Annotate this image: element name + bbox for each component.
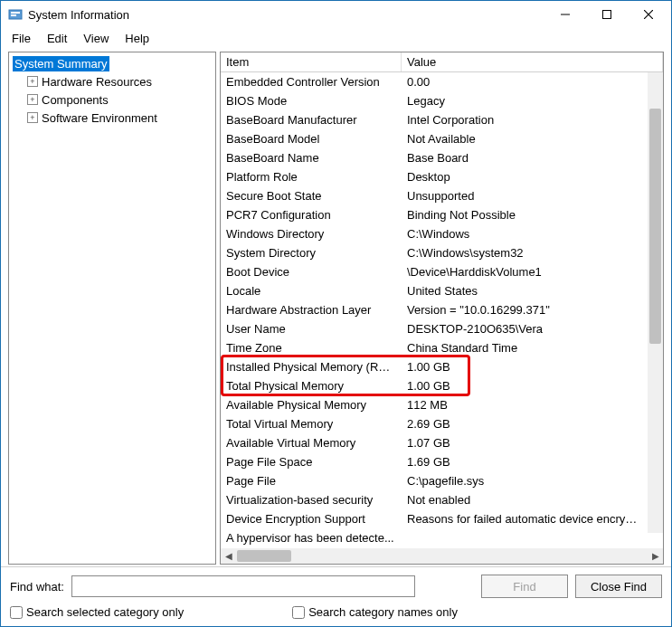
list-row[interactable]: BaseBoard NameBase Board [221,148,648,167]
list-row[interactable]: Embedded Controller Version0.00 [221,72,648,91]
expand-icon[interactable]: + [27,76,38,87]
list-row[interactable]: Secure Boot StateUnsupported [221,186,648,205]
cell-item: System Directory [221,246,402,260]
cell-value: Desktop [402,170,648,184]
minimize-button[interactable] [544,1,586,28]
cell-item: Hardware Abstraction Layer [221,303,402,317]
find-bar: Find what: Find Close Find Search select… [1,566,671,626]
list-row[interactable]: Boot Device\Device\HarddiskVolume1 [221,262,648,281]
vertical-scrollbar[interactable] [648,72,663,533]
tree-item-components[interactable]: + Components [9,90,215,109]
cell-value: 1.07 GB [402,436,648,450]
cell-item: Platform Role [221,170,402,184]
maximize-button[interactable] [586,1,628,28]
cell-value: DESKTOP-210O635\Vera [402,322,648,336]
cell-value: 1.69 GB [402,455,648,469]
list-row[interactable]: Available Physical Memory112 MB [221,395,648,414]
list-row[interactable]: User NameDESKTOP-210O635\Vera [221,319,648,338]
cell-item: User Name [221,322,402,336]
list-body: Embedded Controller Version0.00BIOS Mode… [221,72,663,548]
list-row[interactable]: Time ZoneChina Standard Time [221,338,648,357]
checkbox-icon[interactable] [292,606,305,619]
list-row[interactable]: BaseBoard ModelNot Available [221,129,648,148]
tree-panel[interactable]: System Summary + Hardware Resources + Co… [8,52,216,565]
scrollbar-thumb[interactable] [649,109,661,344]
svg-rect-1 [11,12,20,14]
list-row[interactable]: Available Virtual Memory1.07 GB [221,433,648,452]
list-row[interactable]: Windows DirectoryC:\Windows [221,224,648,243]
cell-value: Legacy [402,94,648,108]
tree-item-hardware[interactable]: + Hardware Resources [9,72,215,90]
find-label: Find what: [10,580,64,594]
cell-item: BaseBoard Manufacturer [221,113,402,127]
cell-item: Embedded Controller Version [221,75,402,89]
cell-item: Windows Directory [221,227,402,241]
list-row[interactable]: Hardware Abstraction LayerVersion = "10.… [221,300,648,319]
scroll-left-icon[interactable]: ◀ [221,548,236,564]
list-row[interactable]: Device Encryption SupportReasons for fai… [221,509,648,528]
horizontal-scrollbar[interactable]: ◀ ▶ [221,548,663,564]
cell-item: Device Encryption Support [221,512,402,526]
cell-item: BIOS Mode [221,94,402,108]
list-row[interactable]: BIOS ModeLegacy [221,91,648,110]
menu-help[interactable]: Help [118,30,156,47]
list-row[interactable]: A hypervisor has been detecte... [221,528,648,547]
menu-file[interactable]: File [5,30,38,47]
checkbox-label: Search selected category only [26,605,184,619]
search-names-checkbox[interactable]: Search category names only [292,605,458,619]
list-header: Item Value [221,52,663,72]
cell-item: Secure Boot State [221,189,402,203]
list-row[interactable]: BaseBoard ManufacturerIntel Corporation [221,110,648,129]
app-icon [8,7,23,22]
scroll-right-icon[interactable]: ▶ [648,548,663,564]
list-row[interactable]: Page FileC:\pagefile.sys [221,471,648,490]
titlebar: System Information [1,1,671,28]
cell-value: 112 MB [402,398,648,412]
tree-root[interactable]: System Summary [9,54,215,72]
tree-root-label: System Summary [13,56,109,71]
cell-value: 0.00 [402,75,648,89]
cell-item: A hypervisor has been detecte... [221,531,402,545]
list-row[interactable]: Total Physical Memory1.00 GB [221,376,648,395]
list-row[interactable]: Installed Physical Memory (RAM)1.00 GB [221,357,648,376]
list-row[interactable]: Total Virtual Memory2.69 GB [221,414,648,433]
tree-label: Software Environment [42,111,157,125]
svg-rect-4 [603,11,611,19]
menubar: File Edit View Help [1,28,671,48]
cell-value: 2.69 GB [402,417,648,431]
expand-icon[interactable]: + [27,112,38,123]
cell-item: Total Virtual Memory [221,417,402,431]
cell-value: China Standard Time [402,341,648,355]
cell-item: Installed Physical Memory (RAM) [221,360,402,374]
list-panel: Item Value Embedded Controller Version0.… [220,52,664,565]
menu-view[interactable]: View [76,30,116,47]
close-button[interactable] [628,1,669,28]
cell-item: Boot Device [221,265,402,279]
tree-item-software[interactable]: + Software Environment [9,109,215,127]
column-value[interactable]: Value [402,52,663,71]
column-item[interactable]: Item [221,52,402,71]
cell-value: 1.00 GB [402,360,648,374]
find-button[interactable]: Find [481,575,568,598]
cell-item: Available Virtual Memory [221,436,402,450]
list-row[interactable]: Page File Space1.69 GB [221,452,648,471]
find-input[interactable] [71,575,415,597]
cell-value: Not enabled [402,493,648,507]
menu-edit[interactable]: Edit [40,30,74,47]
tree-label: Components [42,93,109,107]
list-row[interactable]: Platform RoleDesktop [221,167,648,186]
window-title: System Information [28,8,129,22]
expand-icon[interactable]: + [27,94,38,105]
cell-value: C:\Windows [402,227,648,241]
checkbox-icon[interactable] [10,606,23,619]
list-row[interactable]: LocaleUnited States [221,281,648,300]
list-row[interactable]: System DirectoryC:\Windows\system32 [221,243,648,262]
list-row[interactable]: PCR7 ConfigurationBinding Not Possible [221,205,648,224]
cell-item: Available Physical Memory [221,398,402,412]
close-find-button[interactable]: Close Find [575,575,662,598]
scrollbar-thumb[interactable] [237,550,291,562]
cell-item: PCR7 Configuration [221,208,402,222]
cell-value: Version = "10.0.16299.371" [402,303,648,317]
search-selected-checkbox[interactable]: Search selected category only [10,605,184,619]
list-row[interactable]: Virtualization-based securityNot enabled [221,490,648,509]
